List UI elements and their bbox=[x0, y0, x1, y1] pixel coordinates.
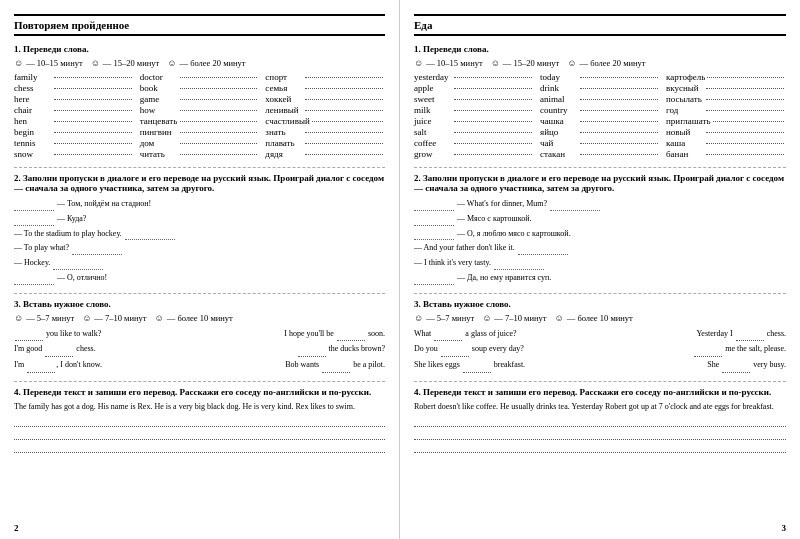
right-col2: today drink animal country чашка яйцо ча… bbox=[540, 72, 660, 159]
word: вкусный bbox=[666, 83, 704, 93]
dialog-blank bbox=[125, 227, 175, 241]
fill-text: I'm good chess. bbox=[14, 342, 96, 357]
dash bbox=[454, 99, 532, 100]
word: family bbox=[14, 72, 52, 82]
word: book bbox=[140, 83, 178, 93]
word: новый bbox=[666, 127, 704, 137]
word-row: begin bbox=[14, 127, 134, 137]
dash bbox=[54, 154, 132, 155]
word-row: читать bbox=[140, 149, 260, 159]
word-row: family bbox=[14, 72, 134, 82]
fill-text: Bob wants be a pilot. bbox=[285, 358, 385, 373]
right-title: Еда bbox=[414, 19, 432, 31]
word-row: семья bbox=[265, 83, 385, 93]
word-row: salt bbox=[414, 127, 534, 137]
dash bbox=[454, 154, 532, 155]
word-row: animal bbox=[540, 94, 660, 104]
dash bbox=[54, 99, 132, 100]
word: читать bbox=[140, 149, 178, 159]
word-row: танцевать bbox=[140, 116, 260, 126]
word: танцевать bbox=[140, 116, 178, 126]
r-s3-t1: ☺ — 5–7 минут bbox=[414, 313, 474, 323]
r-time2: ☺ — 15–20 минут bbox=[491, 58, 560, 68]
blank bbox=[463, 358, 491, 373]
dash bbox=[180, 154, 258, 155]
dash bbox=[312, 121, 383, 122]
dialog-text: — Куда? bbox=[57, 213, 86, 226]
left-s3-title: 3. Вставь нужное слово. bbox=[14, 299, 385, 309]
fill-line: Do you soup every day? me the salt, plea… bbox=[414, 342, 786, 357]
word: how bbox=[140, 105, 178, 115]
dialog-text: — What's for dinner, Mum? bbox=[457, 198, 547, 211]
word-row: год bbox=[666, 105, 786, 115]
left-translate-text: The family has got a dog. His name is Re… bbox=[14, 401, 385, 413]
dash bbox=[305, 154, 383, 155]
dialog-text: — Hockey. bbox=[14, 257, 50, 270]
dialog-text: — Мясо с картошкой. bbox=[457, 213, 531, 226]
dialog-blank bbox=[414, 227, 454, 241]
word: семья bbox=[265, 83, 303, 93]
r-time3: ☺ — более 20 минут bbox=[567, 58, 645, 68]
word-row: apple bbox=[414, 83, 534, 93]
word-row: яйцо bbox=[540, 127, 660, 137]
word-row: чашка bbox=[540, 116, 660, 126]
word-row: juice bbox=[414, 116, 534, 126]
dash bbox=[580, 121, 658, 122]
left-s2-title: 2. Заполни пропуски в диалоге и его пере… bbox=[14, 173, 385, 193]
dialog-line: — Том, пойдём на стадион! bbox=[14, 197, 385, 211]
dialog-text: — To play what? bbox=[14, 242, 69, 255]
word: chair bbox=[14, 105, 52, 115]
left-section3: 3. Вставь нужное слово. ☺ — 5–7 минут ☺ … bbox=[14, 299, 385, 373]
dialog-line: — О, я люблю мясо с картошкой. bbox=[414, 227, 786, 241]
dash bbox=[454, 143, 532, 144]
page-num-right: 3 bbox=[782, 523, 787, 533]
word: пингвин bbox=[140, 127, 178, 137]
dialog-blank bbox=[414, 197, 454, 211]
left-section1: 1. Переведи слова. ☺ — 10–15 минут ☺ — 1… bbox=[14, 44, 385, 159]
word-row: hen bbox=[14, 116, 134, 126]
dash bbox=[454, 110, 532, 111]
word: snow bbox=[14, 149, 52, 159]
dialog-text: — Том, пойдём на стадион! bbox=[57, 198, 151, 211]
word-row: how bbox=[140, 105, 260, 115]
dialog-text: — To the stadium to play hockey. bbox=[14, 228, 122, 241]
right-section1: 1. Переведи слова. ☺ — 10–15 минут ☺ — 1… bbox=[414, 44, 786, 159]
word: дядя bbox=[265, 149, 303, 159]
blank bbox=[15, 327, 43, 342]
translate-line bbox=[414, 428, 786, 440]
fill-text: I hope you'll be soon. bbox=[284, 327, 385, 342]
right-s4-title: 4. Переведи текст и запиши его перевод. … bbox=[414, 387, 786, 397]
word: банан bbox=[666, 149, 704, 159]
word: картофель bbox=[666, 72, 705, 82]
fill-text: you like to walk? bbox=[14, 327, 101, 342]
dash bbox=[580, 99, 658, 100]
divider1 bbox=[14, 167, 385, 168]
dash bbox=[54, 132, 132, 133]
word-row: milk bbox=[414, 105, 534, 115]
word: счастливый bbox=[265, 116, 309, 126]
left-section4: 4. Переведи текст и запиши его перевод. … bbox=[14, 387, 385, 453]
smiley3: ☺ bbox=[167, 58, 176, 68]
word-row: tennis bbox=[14, 138, 134, 148]
word-row: sweet bbox=[414, 94, 534, 104]
dialog-text: — And your father don't like it. bbox=[414, 242, 515, 255]
word-row: дядя bbox=[265, 149, 385, 159]
time3: ☺ — более 20 минут bbox=[167, 58, 245, 68]
word-row: grow bbox=[414, 149, 534, 159]
word: drink bbox=[540, 83, 578, 93]
dash bbox=[180, 121, 258, 122]
word: посылать bbox=[666, 94, 704, 104]
word-row: вкусный bbox=[666, 83, 786, 93]
dialog-text: — I think it's very tasty. bbox=[414, 257, 491, 270]
dash bbox=[454, 121, 532, 122]
time2: ☺ — 15–20 минут bbox=[91, 58, 160, 68]
dash bbox=[454, 88, 532, 89]
dialog-blank bbox=[53, 256, 103, 270]
r-s3-t2: ☺ — 7–10 минут bbox=[482, 313, 546, 323]
word-row: country bbox=[540, 105, 660, 115]
fill-line: She likes eggs breakfast. She very busy. bbox=[414, 358, 786, 373]
time1-label: — 10–15 минут bbox=[26, 58, 82, 68]
divider2 bbox=[14, 293, 385, 294]
dialog-line: — Мясо с картошкой. bbox=[414, 212, 786, 226]
word: яйцо bbox=[540, 127, 578, 137]
